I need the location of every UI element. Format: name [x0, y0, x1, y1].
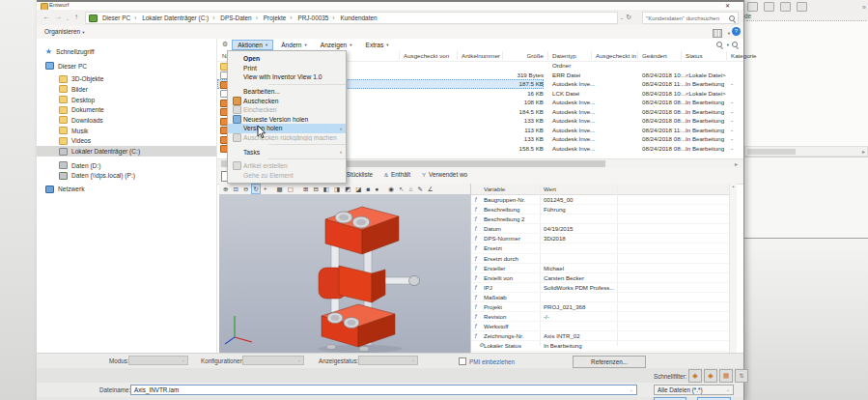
sidebar-item[interactable]: Desktop [37, 95, 216, 105]
home-view-icon[interactable]: ⌂ [406, 184, 414, 194]
checkbox-icon[interactable] [459, 357, 466, 365]
menu-item[interactable]: Auschecken [228, 96, 346, 105]
property-row[interactable]: Revision -/- [471, 312, 737, 322]
vertical-scrollbar[interactable]: ▴ [729, 184, 737, 353]
breadcrumb-item[interactable]: Projekte [263, 14, 297, 21]
view-iso-icon[interactable]: ■ [364, 184, 372, 194]
menubar-item[interactable]: Anzeigen▾ [315, 40, 358, 50]
menu-item[interactable]: Bearbeiten... [228, 87, 346, 97]
menu-item[interactable]: Neueste Version holen [228, 115, 346, 125]
property-row[interactable]: Erstellt von Carsten Becker [471, 273, 737, 283]
model-preview-3d[interactable] [219, 194, 470, 353]
column-header-groesse[interactable]: Größe [507, 52, 544, 59]
zoom-in-icon[interactable]: ⊕ [221, 184, 230, 194]
column-header-geaendert[interactable]: Geändert [642, 52, 667, 59]
markup-icon[interactable]: ✎ [415, 184, 424, 194]
menubar-item[interactable]: Extras▾ [360, 40, 395, 50]
search-input[interactable]: "Kundendaten" durchsuchen [642, 12, 739, 24]
column-header-ausgecheckt-von[interactable]: Ausgecheckt von [404, 52, 449, 59]
view-left-icon[interactable]: ◧ [322, 184, 331, 194]
modus-select[interactable] [128, 356, 188, 365]
property-row[interactable]: Ersteller Michael [471, 264, 737, 273]
menu-item[interactable]: Artikel erstellen [228, 161, 346, 171]
property-row[interactable]: Zeichnungs-Nr. Axis INTR_02 [471, 331, 737, 341]
menubar-item[interactable]: Ändern▾ [275, 40, 313, 50]
wireframe-view-icon[interactable]: ▢ [286, 184, 295, 194]
up-button[interactable]: ↑ [74, 13, 78, 21]
search-icon[interactable] [716, 42, 722, 47]
sidebar-item[interactable]: Daten (\\dps.local) (P:) [37, 171, 216, 182]
view-bottom-icon[interactable]: ◪ [353, 184, 363, 194]
column-header-ausgecheckt-in[interactable]: Ausgecheckt in [596, 52, 636, 59]
sidebar-item[interactable]: Bilder [37, 84, 216, 95]
property-row[interactable]: Werkstoff [471, 322, 737, 331]
menu-item[interactable]: Version holen › [228, 124, 346, 133]
search-icon[interactable] [732, 42, 738, 47]
filetype-select[interactable]: Alle Dateien (*.*) [654, 385, 734, 395]
column-header-variable[interactable]: Variable [484, 186, 505, 192]
sidebar-item[interactable]: Netzwerk [37, 184, 216, 194]
sidebar-item[interactable]: 3D-Objekte [37, 73, 216, 84]
property-row[interactable]: Lokaler Status In Bearbeitung [471, 341, 737, 351]
sidebar-item[interactable]: Dokumente [37, 104, 216, 115]
scroll-right-icon[interactable]: ▸ [862, 148, 865, 155]
pmi-checkbox[interactable]: PMI einbeziehen [459, 357, 515, 365]
menu-item[interactable]: Open [228, 54, 346, 64]
background-scrollbar[interactable]: ▸ [744, 146, 868, 157]
filter-assemblies-icon[interactable] [704, 369, 717, 383]
property-row[interactable]: Maßstab [471, 293, 737, 302]
view-top-icon[interactable]: ◩ [343, 184, 352, 194]
view-layout-button[interactable] [713, 29, 722, 38]
menu-item[interactable]: Einchecken [228, 105, 346, 115]
address-bar[interactable]: Dieser PC Lokaler Datenträger (C:) DPS-D… [85, 12, 618, 24]
menubar-item[interactable]: Aktionen▾ [232, 40, 273, 50]
filter-parts-icon[interactable] [688, 369, 702, 383]
breadcrumb-item[interactable]: PRJ-00035 [296, 14, 339, 21]
sidebar-item[interactable]: Dieser PC [37, 61, 216, 71]
shaded-view-icon[interactable]: ▩ [275, 184, 285, 194]
filter-reset-icon[interactable] [735, 369, 748, 383]
menu-item[interactable]: Gehe zu Element [228, 171, 346, 181]
breadcrumb-item[interactable]: Kundendaten [340, 14, 378, 21]
measure-icon[interactable]: ∠ [426, 184, 435, 194]
background-toolbar-icon[interactable] [780, 2, 791, 12]
chevron-down-icon[interactable]: ▾ [727, 43, 729, 47]
property-row[interactable]: Beschreibung 2 [471, 214, 737, 224]
filename-input[interactable]: Axis_INVTR.iam [130, 385, 637, 395]
property-row[interactable]: Beschreibung Führung [471, 205, 737, 214]
chevron-down-icon[interactable]: ▾ [728, 31, 730, 36]
scrollbar-thumb[interactable] [747, 149, 796, 155]
search-options[interactable]: ▾ [716, 42, 738, 47]
property-row[interactable]: DPS-Nummer 3Di2018 [471, 234, 737, 243]
column-header-kategorie[interactable]: Kategorie [731, 52, 757, 59]
menu-item[interactable]: Auschecken rückgängig machen [228, 133, 346, 143]
anzeigestatus-select[interactable] [358, 356, 418, 365]
property-row[interactable]: Datum 04/19/2015 [471, 224, 737, 234]
organize-button[interactable]: Organisieren▾ [44, 28, 84, 35]
background-toolbar-icon[interactable] [797, 2, 807, 12]
close-icon[interactable]: ✕ [725, 2, 730, 9]
sidebar-item[interactable]: Musik [37, 126, 216, 136]
property-row[interactable]: Projekt PROJ_021_368 [471, 302, 737, 312]
pan-icon[interactable]: + [262, 184, 269, 194]
sidebar-item[interactable]: Downloads [37, 115, 216, 126]
menu-item[interactable]: Tasks › [228, 147, 346, 157]
column-header-wert[interactable]: Wert [544, 186, 556, 192]
model-viewport[interactable] [219, 194, 470, 353]
property-row[interactable]: Ersetzt [471, 243, 737, 253]
view-front-icon[interactable]: ⊞ [301, 184, 310, 194]
sidebar-item[interactable]: Schnellzugriff [37, 46, 216, 57]
help-button[interactable]: ? [732, 27, 741, 36]
view-right-icon[interactable]: ◨ [332, 184, 342, 194]
address-refresh-icon[interactable]: ⌄ ↻ [620, 14, 631, 21]
sidebar-item[interactable]: Videos [37, 136, 216, 147]
overflow-chevron-icon[interactable]: » [862, 4, 866, 11]
view-back-icon[interactable]: ⊟ [311, 184, 320, 194]
back-button[interactable]: ← [42, 13, 50, 21]
background-toolbar-icon[interactable] [764, 2, 774, 12]
konfigurationen-select[interactable] [242, 356, 304, 365]
sidebar-item[interactable]: Daten (D:) [37, 160, 216, 171]
breadcrumb-item[interactable]: DPS-Daten [219, 14, 262, 21]
filter-drawings-icon[interactable] [719, 369, 733, 383]
zoom-out-icon[interactable]: ⊖ [241, 184, 250, 194]
